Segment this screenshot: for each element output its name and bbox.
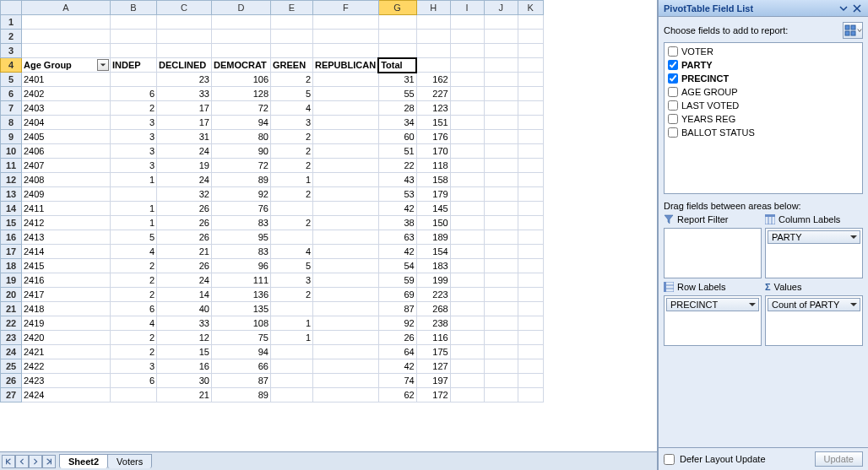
row-header[interactable]: 17 <box>1 245 22 259</box>
cell[interactable] <box>450 173 484 187</box>
field-checkbox[interactable] <box>668 60 678 70</box>
cell[interactable] <box>450 130 484 144</box>
cell[interactable] <box>450 374 484 388</box>
cell[interactable] <box>518 345 543 359</box>
area-field-pill[interactable]: PARTY <box>768 230 860 244</box>
cell[interactable] <box>313 187 379 202</box>
cell[interactable]: 40 <box>157 302 212 316</box>
cell[interactable] <box>313 44 379 58</box>
col-header-F[interactable]: F <box>313 1 379 15</box>
cell[interactable]: 3 <box>111 116 157 130</box>
cell[interactable]: 14 <box>157 288 212 302</box>
filter-dropdown-icon[interactable] <box>97 59 109 71</box>
cell[interactable] <box>271 388 313 402</box>
chevron-down-icon[interactable] <box>849 233 858 241</box>
cell[interactable]: 89 <box>212 173 271 187</box>
cell[interactable] <box>518 173 543 187</box>
cell[interactable]: 136 <box>212 288 271 302</box>
cell[interactable]: 6 <box>111 374 157 388</box>
cell[interactable]: 162 <box>416 73 450 87</box>
cell[interactable]: 12 <box>157 331 212 345</box>
cell[interactable]: 2417 <box>22 288 111 302</box>
cell[interactable] <box>518 130 543 144</box>
chevron-down-icon[interactable] <box>748 300 757 309</box>
field-item[interactable]: LAST VOTED <box>666 99 860 112</box>
cell[interactable]: 2 <box>271 288 313 302</box>
cell[interactable]: 2 <box>271 216 313 230</box>
cell[interactable]: 43 <box>378 173 416 187</box>
select-all-corner[interactable] <box>1 1 22 15</box>
cell[interactable] <box>484 73 518 87</box>
cell[interactable] <box>378 15 416 30</box>
cell[interactable]: 1 <box>111 216 157 230</box>
cell[interactable]: 4 <box>271 245 313 259</box>
row-header[interactable]: 2 <box>1 30 22 44</box>
cell[interactable]: 199 <box>416 273 450 288</box>
cell[interactable] <box>518 374 543 388</box>
cell[interactable] <box>518 144 543 159</box>
cell[interactable]: 24 <box>157 144 212 159</box>
cell[interactable]: 135 <box>212 302 271 316</box>
cell[interactable]: 2401 <box>22 73 111 87</box>
cell[interactable]: 2421 <box>22 345 111 359</box>
cell[interactable] <box>271 202 313 216</box>
cell[interactable]: 96 <box>212 259 271 273</box>
cell[interactable] <box>450 87 484 101</box>
pivot-header-cell[interactable]: GREEN <box>271 58 313 73</box>
cell[interactable] <box>518 273 543 288</box>
cell[interactable]: 17 <box>157 101 212 116</box>
cell[interactable]: 2412 <box>22 216 111 230</box>
cell[interactable] <box>313 331 379 345</box>
row-header[interactable]: 6 <box>1 87 22 101</box>
row-header[interactable]: 25 <box>1 359 22 374</box>
field-checkbox[interactable] <box>668 100 678 111</box>
cell[interactable] <box>518 87 543 101</box>
cell[interactable]: 87 <box>378 302 416 316</box>
cell[interactable] <box>484 173 518 187</box>
cell[interactable]: 154 <box>416 245 450 259</box>
cell[interactable] <box>313 73 379 87</box>
cell[interactable]: 31 <box>157 130 212 144</box>
cell[interactable]: 2402 <box>22 87 111 101</box>
cell[interactable] <box>484 15 518 30</box>
pivot-header-cell[interactable]: Total <box>378 58 416 73</box>
tab-nav-first[interactable] <box>2 455 15 468</box>
cell[interactable] <box>484 202 518 216</box>
cell[interactable]: 19 <box>157 159 212 173</box>
defer-update-checkbox[interactable] <box>664 454 675 465</box>
cell[interactable] <box>484 273 518 288</box>
cell[interactable] <box>416 44 450 58</box>
cell[interactable]: 3 <box>271 273 313 288</box>
cell[interactable]: 94 <box>212 116 271 130</box>
cell[interactable]: 151 <box>416 116 450 130</box>
cell[interactable] <box>416 30 450 44</box>
cell[interactable] <box>484 30 518 44</box>
cell[interactable] <box>484 345 518 359</box>
cell[interactable]: 2413 <box>22 230 111 245</box>
row-header[interactable]: 23 <box>1 331 22 345</box>
cell[interactable] <box>313 87 379 101</box>
cell[interactable]: 5 <box>271 259 313 273</box>
cell[interactable]: 128 <box>212 87 271 101</box>
cell[interactable] <box>313 230 379 245</box>
cell[interactable]: 2 <box>111 259 157 273</box>
cell[interactable]: 175 <box>416 345 450 359</box>
cell[interactable] <box>271 359 313 374</box>
cell[interactable] <box>518 216 543 230</box>
row-header[interactable]: 4 <box>1 58 22 73</box>
cell[interactable]: 197 <box>416 374 450 388</box>
cell[interactable]: 74 <box>378 374 416 388</box>
cell[interactable]: 75 <box>212 331 271 345</box>
cell[interactable] <box>518 316 543 331</box>
row-header[interactable]: 16 <box>1 230 22 245</box>
cell[interactable]: 2411 <box>22 202 111 216</box>
cell[interactable]: 6 <box>111 302 157 316</box>
cell[interactable] <box>484 58 518 73</box>
field-checkbox[interactable] <box>668 127 678 138</box>
cell[interactable]: 2409 <box>22 187 111 202</box>
cell[interactable]: 42 <box>378 359 416 374</box>
cell[interactable]: 92 <box>378 316 416 331</box>
row-header[interactable]: 5 <box>1 73 22 87</box>
field-item[interactable]: PRECINCT <box>666 72 860 85</box>
cell[interactable] <box>450 101 484 116</box>
